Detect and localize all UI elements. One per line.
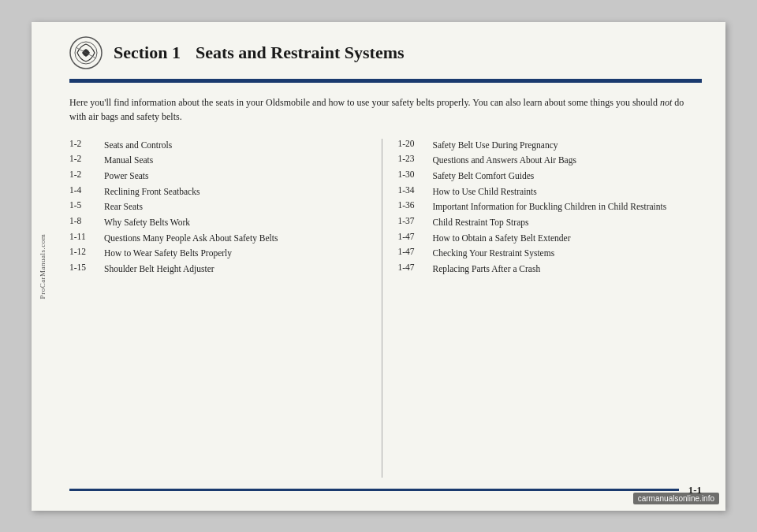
table-row: 1-23Questions and Answers About Air Bags: [398, 154, 687, 167]
table-row: 1-11Questions Many People Ask About Safe…: [69, 232, 358, 245]
oldsmobile-logo-icon: [69, 36, 103, 69]
table-row: 1-2Power Seats: [69, 169, 358, 183]
header-divider: [69, 79, 702, 83]
table-row: 1-5Rear Seats: [69, 200, 358, 214]
table-row: 1-2Seats and Controls: [69, 139, 358, 152]
header-title: Section 1 Seats and Restraint Systems: [114, 43, 405, 63]
toc-page-num: 1-47: [398, 262, 423, 272]
footer-line: [69, 489, 679, 491]
table-row: 1-30Safety Belt Comfort Guides: [398, 169, 687, 183]
site-watermark: carmanualsonline.info: [633, 493, 719, 504]
toc-page-num: 1-36: [398, 200, 423, 210]
toc-page-num: 1-8: [69, 216, 95, 225]
table-row: 1-15Shoulder Belt Height Adjuster: [69, 262, 358, 276]
toc-entry-label: How to Use Child Restraints: [433, 185, 537, 199]
toc-entry-label: Shoulder Belt Height Adjuster: [104, 262, 214, 276]
table-of-contents: 1-2Seats and Controls1-2Manual Seats1-2P…: [69, 139, 702, 478]
section-header: Section 1 Seats and Restraint Systems: [69, 36, 702, 69]
toc-page-num: 1-12: [69, 247, 95, 256]
toc-entry-label: Rear Seats: [104, 200, 143, 214]
table-row: 1-4Reclining Front Seatbacks: [69, 185, 358, 199]
table-row: 1-20Safety Belt Use During Pregnancy: [398, 139, 687, 152]
toc-entry-label: How to Obtain a Safety Belt Extender: [433, 232, 571, 245]
table-row: 1-34How to Use Child Restraints: [398, 185, 687, 199]
toc-page-num: 1-4: [69, 185, 95, 195]
toc-entry-label: Checking Your Restraint Systems: [433, 247, 555, 260]
toc-entry-label: Safety Belt Use During Pregnancy: [433, 139, 558, 152]
toc-page-num: 1-23: [398, 154, 423, 163]
toc-page-num: 1-15: [69, 262, 95, 272]
table-row: 1-12How to Wear Safety Belts Properly: [69, 247, 358, 260]
table-row: 1-47Checking Your Restraint Systems: [398, 247, 687, 260]
toc-page-num: 1-5: [69, 200, 95, 210]
footer: 1-1: [69, 478, 702, 497]
toc-entry-label: Replacing Parts After a Crash: [433, 262, 541, 276]
toc-right-column: 1-20Safety Belt Use During Pregnancy1-23…: [398, 139, 703, 478]
table-row: 1-47Replacing Parts After a Crash: [398, 262, 687, 276]
sidebar-watermark: ProCarManuals.com: [32, 22, 54, 511]
toc-entry-label: Why Safety Belts Work: [104, 216, 190, 229]
toc-page-num: 1-2: [69, 139, 95, 148]
toc-page-num: 1-20: [398, 139, 423, 148]
toc-page-num: 1-47: [398, 247, 423, 256]
watermark-text: ProCarManuals.com: [39, 233, 47, 299]
toc-page-num: 1-2: [69, 154, 95, 163]
toc-entry-label: Child Restraint Top Straps: [433, 216, 529, 229]
table-row: 1-2Manual Seats: [69, 154, 358, 167]
toc-page-num: 1-37: [398, 216, 423, 225]
toc-entry-label: Safety Belt Comfort Guides: [433, 169, 535, 183]
toc-page-num: 1-2: [69, 169, 95, 179]
table-row: 1-36Important Information for Buckling C…: [398, 200, 687, 214]
toc-entry-label: Power Seats: [104, 169, 149, 183]
toc-page-num: 1-11: [69, 232, 95, 241]
table-row: 1-37Child Restraint Top Straps: [398, 216, 687, 229]
toc-entry-label: Seats and Controls: [104, 139, 172, 152]
toc-entry-label: Questions and Answers About Air Bags: [433, 154, 576, 167]
toc-entry-label: How to Wear Safety Belts Properly: [104, 247, 232, 260]
toc-left-column: 1-2Seats and Controls1-2Manual Seats1-2P…: [69, 139, 382, 478]
toc-page-num: 1-47: [398, 232, 423, 241]
toc-entry-label: Reclining Front Seatbacks: [104, 185, 200, 199]
intro-paragraph: Here you'll find information about the s…: [69, 95, 684, 125]
toc-entry-label: Manual Seats: [104, 154, 153, 167]
page-content: Section 1 Seats and Restraint Systems He…: [54, 22, 725, 511]
toc-entry-label: Important Information for Buckling Child…: [433, 200, 667, 214]
toc-page-num: 1-30: [398, 169, 423, 179]
table-row: 1-47How to Obtain a Safety Belt Extender: [398, 232, 687, 245]
toc-page-num: 1-34: [398, 185, 423, 195]
document-page: ProCarManuals.com Section 1 Seats and Re…: [32, 22, 725, 511]
toc-entry-label: Questions Many People Ask About Safety B…: [104, 232, 278, 245]
table-row: 1-8Why Safety Belts Work: [69, 216, 358, 229]
